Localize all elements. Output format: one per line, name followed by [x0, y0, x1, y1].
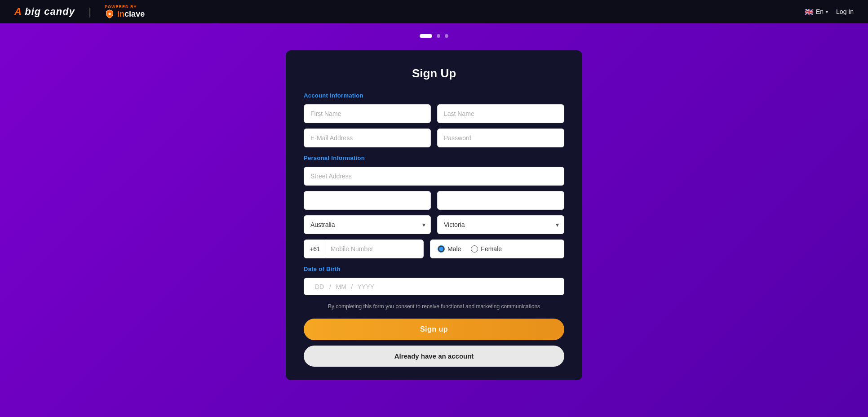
flag-icon: 🇬🇧 [805, 8, 814, 16]
gender-male-radio[interactable] [438, 245, 445, 253]
gender-female-text: Female [481, 245, 502, 253]
step-dot-1 [420, 34, 432, 38]
country-state-row: Australia New Zealand United Kingdom Uni… [304, 215, 564, 234]
last-name-input[interactable] [437, 104, 564, 123]
navbar: A big candy | Powered by inclave 🇬🇧 En [0, 0, 868, 23]
login-button[interactable]: Log In [836, 8, 854, 15]
brand-logo: A big candy [14, 6, 75, 18]
state-select[interactable]: Victoria New South Wales Queensland West… [437, 215, 564, 234]
dob-month-input[interactable] [333, 283, 349, 290]
powered-by: Powered by inclave [105, 4, 145, 19]
gender-group: Male Female [430, 240, 564, 258]
have-account-button[interactable]: Already have an account [304, 346, 564, 367]
signup-button[interactable]: Sign up [304, 319, 564, 340]
inclave-brand: inclave [105, 9, 145, 19]
dob-sep-2: / [351, 283, 353, 290]
main-content: Sign Up Account Information Personal Inf… [0, 23, 868, 417]
city-postcode-row: Melbourne 3207 [304, 191, 564, 210]
account-info-label: Account Information [304, 92, 564, 99]
svg-point-0 [108, 13, 111, 15]
dob-section: Date of Birth / / [304, 266, 564, 295]
navbar-right: 🇬🇧 En ▾ Log In [805, 8, 854, 16]
email-password-row [304, 129, 564, 147]
gender-male-label[interactable]: Male [438, 245, 461, 253]
gender-female-label[interactable]: Female [471, 245, 502, 253]
brand-name: A big candy [14, 6, 75, 18]
step-dot-2 [437, 34, 440, 38]
country-wrapper: Australia New Zealand United Kingdom Uni… [304, 215, 431, 234]
personal-info-label: Personal Information [304, 155, 564, 161]
navbar-left: A big candy | Powered by inclave [14, 4, 145, 19]
state-wrapper: Victoria New South Wales Queensland West… [437, 215, 564, 234]
inclave-shield-icon [105, 9, 115, 19]
phone-wrapper: +61 [304, 240, 424, 258]
phone-input[interactable] [326, 240, 423, 258]
language-selector[interactable]: 🇬🇧 En ▾ [805, 8, 828, 16]
consent-text: By completing this form you consent to r… [304, 302, 564, 311]
dob-day-input[interactable] [311, 283, 328, 290]
dob-wrapper: / / [304, 278, 564, 295]
phone-gender-row: +61 Male Female [304, 240, 564, 258]
name-row [304, 104, 564, 123]
form-title: Sign Up [304, 67, 564, 80]
gender-female-radio[interactable] [471, 245, 478, 253]
account-info-section: Account Information [304, 92, 564, 147]
dob-year-input[interactable] [354, 283, 377, 290]
gender-male-text: Male [447, 245, 461, 253]
nav-divider: | [89, 5, 91, 18]
country-select[interactable]: Australia New Zealand United Kingdom Uni… [304, 215, 431, 234]
lang-label: En [816, 8, 824, 15]
phone-prefix: +61 [304, 240, 326, 258]
signup-form-card: Sign Up Account Information Personal Inf… [286, 50, 582, 380]
lang-chevron-icon: ▾ [826, 9, 828, 14]
personal-info-section: Personal Information Melbourne 3207 Aust… [304, 155, 564, 258]
first-name-input[interactable] [304, 104, 431, 123]
street-address-input[interactable] [304, 167, 564, 186]
stepper [420, 34, 448, 38]
password-input[interactable] [437, 129, 564, 147]
email-input[interactable] [304, 129, 431, 147]
step-dot-3 [445, 34, 448, 38]
powered-by-label: Powered by [105, 4, 137, 9]
dob-label: Date of Birth [304, 266, 564, 272]
postcode-input[interactable]: 3207 [437, 191, 564, 210]
city-input[interactable]: Melbourne [304, 191, 431, 210]
dob-sep-1: / [329, 283, 331, 290]
inclave-text: inclave [117, 9, 145, 19]
